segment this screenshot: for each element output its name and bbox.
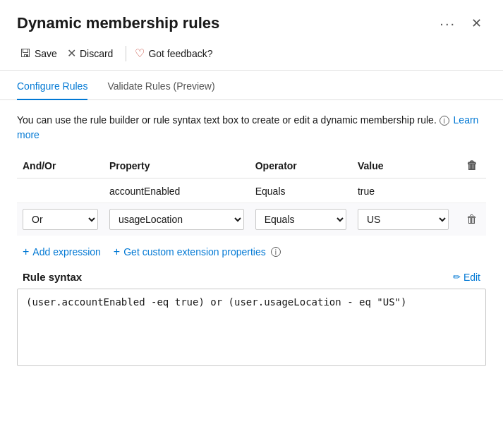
header-andor: And/Or [17,155,104,178]
description-text: You can use the rule builder or rule syn… [17,114,437,126]
andor-select[interactable]: And Or [23,209,98,230]
close-icon[interactable]: ✕ [467,14,486,32]
header-property: Property [104,155,250,178]
feedback-label: Got feedback? [148,48,212,59]
dynamic-trash-cell: 🗑 [454,203,486,236]
static-andor [17,178,104,203]
static-value: true [352,178,454,203]
toolbar-separator [126,46,126,61]
edit-icon: ✏ [453,272,461,282]
discard-icon: ✕ [67,47,76,60]
operator-select[interactable]: Equals Not Equals [255,209,346,230]
tabs: Configure Rules Validate Rules (Preview) [0,73,503,100]
table-row: accountEnabled Equals true [17,178,486,203]
save-icon: 🖫 [20,47,31,60]
header-operator: Operator [250,155,352,178]
dynamic-operator-cell: Equals Not Equals [250,203,352,236]
value-select[interactable]: US [358,209,449,230]
dialog: Dynamic membership rules ··· ✕ 🖫 Save ✕ … [0,0,503,448]
plus-icon: + [23,246,29,258]
header-trash: 🗑 [454,155,486,178]
dynamic-property-cell: usageLocation [104,203,250,236]
rule-syntax-content: (user.accountEnabled -eq true) or (user.… [26,296,406,308]
dynamic-andor-cell: And Or [17,203,104,236]
dynamic-value-cell: US [352,203,454,236]
feedback-button[interactable]: ♡ Got feedback? [132,44,219,63]
edit-label: Edit [463,272,480,283]
static-operator: Equals [250,178,352,203]
table-header-row: And/Or Property Operator Value 🗑 [17,155,486,178]
edit-link[interactable]: ✏ Edit [453,272,480,283]
rule-syntax-header: Rule syntax ✏ Edit [17,271,486,283]
info-icon: i [440,116,449,126]
get-custom-extension-link[interactable]: + Get custom extension properties i [114,246,282,258]
add-expression-link[interactable]: + Add expression [23,246,101,258]
actions-row: + Add expression + Get custom extension … [17,238,486,271]
get-custom-label: Get custom extension properties [123,246,266,258]
custom-info-icon: i [271,247,281,257]
dialog-title: Dynamic membership rules [17,14,440,32]
description: You can use the rule builder or rule syn… [17,113,486,143]
table-row: And Or usageLocation Equals Not Equals [17,203,486,236]
rule-syntax-box: (user.accountEnabled -eq true) or (user.… [17,289,486,366]
header-trash-icon: 🗑 [463,158,480,173]
tab-validate-rules[interactable]: Validate Rules (Preview) [107,73,214,100]
add-expression-label: Add expression [32,246,101,258]
toolbar: 🖫 Save ✕ Discard ♡ Got feedback? [0,40,503,71]
static-property: accountEnabled [104,178,250,203]
discard-button[interactable]: ✕ Discard [64,44,120,63]
rule-syntax-title: Rule syntax [23,271,82,283]
discard-label: Discard [80,48,113,59]
save-button[interactable]: 🖫 Save [17,44,64,63]
delete-row-button[interactable]: 🗑 [463,212,480,227]
plus-icon-2: + [114,246,120,258]
more-options-icon[interactable]: ··· [440,16,456,32]
save-label: Save [35,48,57,59]
header-value: Value [352,155,454,178]
dialog-header: Dynamic membership rules ··· ✕ [0,0,503,40]
rules-table: And/Or Property Operator Value 🗑 account… [17,155,486,236]
content-area: You can use the rule builder or rule syn… [0,100,503,366]
static-trash-cell [454,178,486,203]
rule-syntax-section: Rule syntax ✏ Edit (user.accountEnabled … [17,271,486,366]
tab-configure-rules[interactable]: Configure Rules [17,73,87,100]
property-select[interactable]: usageLocation [109,209,244,230]
feedback-icon: ♡ [135,47,145,60]
